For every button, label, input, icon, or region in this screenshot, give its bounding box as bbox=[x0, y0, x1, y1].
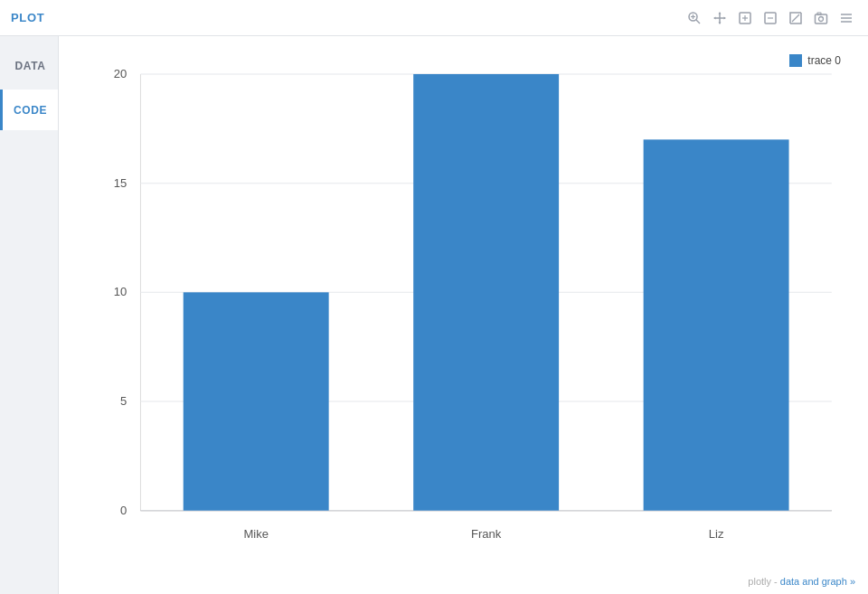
camera-icon[interactable] bbox=[810, 7, 832, 29]
bar-chart: 0 5 10 15 20 Mike Frank Liz bbox=[68, 54, 859, 585]
legend-color-box bbox=[789, 54, 802, 67]
svg-text:10: 10 bbox=[114, 285, 127, 298]
autoscale-icon[interactable] bbox=[785, 7, 807, 29]
svg-text:20: 20 bbox=[114, 67, 127, 80]
svg-point-18 bbox=[819, 16, 824, 21]
svg-marker-8 bbox=[713, 16, 716, 19]
svg-marker-7 bbox=[719, 22, 722, 24]
svg-rect-16 bbox=[816, 14, 827, 24]
legend-label: trace 0 bbox=[807, 54, 841, 67]
svg-text:15: 15 bbox=[114, 176, 127, 190]
svg-marker-6 bbox=[719, 12, 722, 14]
svg-text:Liz: Liz bbox=[709, 527, 724, 541]
hamburger-icon[interactable] bbox=[835, 7, 857, 29]
bar-mike[interactable] bbox=[184, 292, 329, 510]
zoom-out-box-icon[interactable] bbox=[760, 7, 781, 29]
svg-text:0: 0 bbox=[120, 504, 127, 517]
sidebar-item-data[interactable]: DATA bbox=[0, 45, 58, 86]
svg-marker-9 bbox=[724, 16, 727, 19]
sidebar: DATA CODE bbox=[0, 36, 59, 594]
svg-text:Frank: Frank bbox=[471, 527, 502, 541]
plotly-footer: plotly - data and graph » bbox=[748, 576, 855, 587]
chart-legend: trace 0 bbox=[789, 54, 841, 67]
main-content: DATA CODE trace 0 0 5 10 bbox=[0, 36, 868, 594]
plotly-link[interactable]: data and graph » bbox=[780, 576, 855, 587]
zoom-in-box-icon[interactable] bbox=[734, 7, 756, 29]
pan-icon[interactable] bbox=[709, 7, 731, 29]
bar-frank[interactable] bbox=[413, 74, 559, 511]
chart-area: trace 0 0 5 10 15 20 bbox=[59, 36, 868, 594]
top-bar: PLOT bbox=[0, 0, 868, 36]
zoom-icon[interactable] bbox=[684, 7, 705, 29]
svg-line-15 bbox=[792, 14, 799, 22]
toolbar bbox=[684, 7, 857, 29]
svg-text:Mike: Mike bbox=[243, 527, 269, 541]
svg-line-1 bbox=[696, 20, 700, 24]
bar-liz[interactable] bbox=[644, 139, 789, 510]
svg-text:5: 5 bbox=[120, 394, 127, 408]
sidebar-item-code[interactable]: CODE bbox=[0, 90, 58, 130]
plot-tab[interactable]: PLOT bbox=[11, 11, 44, 24]
